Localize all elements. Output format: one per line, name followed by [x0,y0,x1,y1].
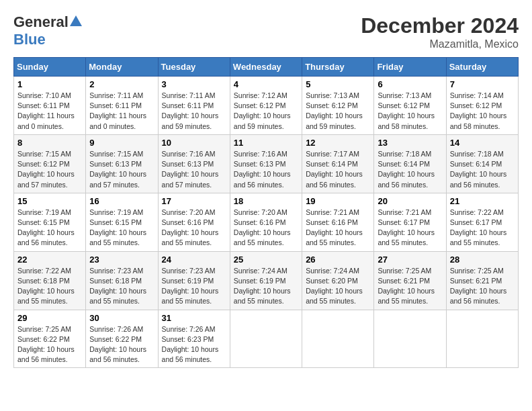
calendar-cell: 16Sunrise: 7:19 AMSunset: 6:15 PMDayligh… [86,193,158,251]
day-info: Sunrise: 7:23 AMSunset: 6:18 PMDaylight:… [89,266,154,307]
day-number: 18 [234,196,298,206]
day-number: 10 [162,138,226,148]
day-number: 11 [234,138,298,148]
day-number: 2 [89,79,154,89]
calendar-cell: 29Sunrise: 7:25 AMSunset: 6:22 PMDayligh… [14,310,86,368]
logo: General Blue [13,13,82,48]
calendar-cell: 10Sunrise: 7:16 AMSunset: 6:13 PMDayligh… [158,134,230,193]
day-info: Sunrise: 7:24 AMSunset: 6:19 PMDaylight:… [234,266,298,307]
day-number: 21 [450,196,515,206]
calendar-cell: 1Sunrise: 7:10 AMSunset: 6:11 PMDaylight… [14,77,86,135]
calendar-cell: 17Sunrise: 7:20 AMSunset: 6:16 PMDayligh… [158,193,230,251]
day-number: 9 [89,138,154,148]
calendar-week-4: 22Sunrise: 7:22 AMSunset: 6:18 PMDayligh… [14,251,519,310]
weekday-thursday: Thursday [302,58,374,77]
day-number: 17 [162,196,226,206]
calendar-cell: 27Sunrise: 7:25 AMSunset: 6:21 PMDayligh… [374,251,446,310]
calendar-cell: 18Sunrise: 7:20 AMSunset: 6:16 PMDayligh… [230,193,302,251]
calendar-cell [230,310,302,368]
day-info: Sunrise: 7:25 AMSunset: 6:22 PMDaylight:… [17,324,82,365]
calendar-week-5: 29Sunrise: 7:25 AMSunset: 6:22 PMDayligh… [14,310,519,368]
day-number: 15 [17,196,82,206]
day-number: 24 [162,255,226,265]
month-title: December 2024 [361,13,519,38]
day-number: 23 [89,255,154,265]
calendar-cell: 11Sunrise: 7:16 AMSunset: 6:13 PMDayligh… [230,134,302,193]
day-info: Sunrise: 7:16 AMSunset: 6:13 PMDaylight:… [234,149,298,190]
weekday-wednesday: Wednesday [230,58,302,77]
title-area: December 2024 Mazamitla, Mexico [361,13,519,50]
day-number: 8 [17,138,82,148]
day-number: 16 [89,196,154,206]
calendar-cell: 21Sunrise: 7:22 AMSunset: 6:17 PMDayligh… [446,193,518,251]
logo-icon [70,15,82,26]
day-info: Sunrise: 7:25 AMSunset: 6:21 PMDaylight:… [450,266,515,307]
calendar-cell: 24Sunrise: 7:23 AMSunset: 6:19 PMDayligh… [158,251,230,310]
weekday-header-row: SundayMondayTuesdayWednesdayThursdayFrid… [14,58,519,77]
day-number: 7 [450,79,515,89]
day-info: Sunrise: 7:20 AMSunset: 6:16 PMDaylight:… [162,208,226,248]
calendar-cell [302,310,374,368]
day-info: Sunrise: 7:26 AMSunset: 6:22 PMDaylight:… [89,324,154,365]
weekday-tuesday: Tuesday [158,58,230,77]
day-info: Sunrise: 7:21 AMSunset: 6:17 PMDaylight:… [378,208,442,248]
day-number: 1 [17,79,82,89]
calendar-cell [446,310,518,368]
day-number: 29 [17,313,82,323]
calendar-cell: 4Sunrise: 7:12 AMSunset: 6:12 PMDaylight… [230,77,302,135]
day-info: Sunrise: 7:22 AMSunset: 6:18 PMDaylight:… [17,266,82,307]
calendar-cell: 15Sunrise: 7:19 AMSunset: 6:15 PMDayligh… [14,193,86,251]
weekday-monday: Monday [86,58,158,77]
day-number: 4 [234,79,298,89]
calendar-cell: 20Sunrise: 7:21 AMSunset: 6:17 PMDayligh… [374,193,446,251]
day-info: Sunrise: 7:19 AMSunset: 6:15 PMDaylight:… [89,208,154,248]
day-number: 19 [306,196,370,206]
calendar-cell: 3Sunrise: 7:11 AMSunset: 6:11 PMDaylight… [158,77,230,135]
calendar-cell: 9Sunrise: 7:15 AMSunset: 6:13 PMDaylight… [86,134,158,193]
logo-general: General [13,13,69,31]
day-number: 3 [162,79,226,89]
day-number: 13 [378,138,442,148]
calendar-cell: 7Sunrise: 7:14 AMSunset: 6:12 PMDaylight… [446,77,518,135]
calendar-cell: 13Sunrise: 7:18 AMSunset: 6:14 PMDayligh… [374,134,446,193]
day-number: 6 [378,79,442,89]
calendar-cell [374,310,446,368]
calendar: SundayMondayTuesdayWednesdayThursdayFrid… [13,57,519,368]
day-info: Sunrise: 7:21 AMSunset: 6:16 PMDaylight:… [306,208,370,248]
calendar-cell: 26Sunrise: 7:24 AMSunset: 6:20 PMDayligh… [302,251,374,310]
svg-marker-0 [70,15,82,26]
weekday-friday: Friday [374,58,446,77]
day-info: Sunrise: 7:22 AMSunset: 6:17 PMDaylight:… [450,208,515,248]
day-info: Sunrise: 7:14 AMSunset: 6:12 PMDaylight:… [450,91,515,132]
day-info: Sunrise: 7:26 AMSunset: 6:23 PMDaylight:… [162,324,226,365]
calendar-cell: 22Sunrise: 7:22 AMSunset: 6:18 PMDayligh… [14,251,86,310]
day-number: 26 [306,255,370,265]
day-info: Sunrise: 7:23 AMSunset: 6:19 PMDaylight:… [162,266,226,307]
day-info: Sunrise: 7:16 AMSunset: 6:13 PMDaylight:… [162,149,226,190]
day-info: Sunrise: 7:15 AMSunset: 6:12 PMDaylight:… [17,149,82,190]
day-info: Sunrise: 7:19 AMSunset: 6:15 PMDaylight:… [17,208,82,248]
day-number: 12 [306,138,370,148]
day-info: Sunrise: 7:18 AMSunset: 6:14 PMDaylight:… [450,149,515,190]
calendar-cell: 31Sunrise: 7:26 AMSunset: 6:23 PMDayligh… [158,310,230,368]
day-info: Sunrise: 7:24 AMSunset: 6:20 PMDaylight:… [306,266,370,307]
day-info: Sunrise: 7:13 AMSunset: 6:12 PMDaylight:… [306,91,370,132]
header: General Blue December 2024 Mazamitla, Me… [13,13,519,50]
calendar-cell: 14Sunrise: 7:18 AMSunset: 6:14 PMDayligh… [446,134,518,193]
day-number: 5 [306,79,370,89]
day-number: 20 [378,196,442,206]
day-number: 30 [89,313,154,323]
calendar-cell: 5Sunrise: 7:13 AMSunset: 6:12 PMDaylight… [302,77,374,135]
weekday-saturday: Saturday [446,58,518,77]
calendar-cell: 25Sunrise: 7:24 AMSunset: 6:19 PMDayligh… [230,251,302,310]
day-number: 31 [162,313,226,323]
day-number: 22 [17,255,82,265]
day-info: Sunrise: 7:25 AMSunset: 6:21 PMDaylight:… [378,266,442,307]
calendar-cell: 6Sunrise: 7:13 AMSunset: 6:12 PMDaylight… [374,77,446,135]
day-number: 27 [378,255,442,265]
calendar-cell: 12Sunrise: 7:17 AMSunset: 6:14 PMDayligh… [302,134,374,193]
calendar-cell: 2Sunrise: 7:11 AMSunset: 6:11 PMDaylight… [86,77,158,135]
day-number: 28 [450,255,515,265]
day-info: Sunrise: 7:20 AMSunset: 6:16 PMDaylight:… [234,208,298,248]
day-info: Sunrise: 7:11 AMSunset: 6:11 PMDaylight:… [89,91,154,132]
